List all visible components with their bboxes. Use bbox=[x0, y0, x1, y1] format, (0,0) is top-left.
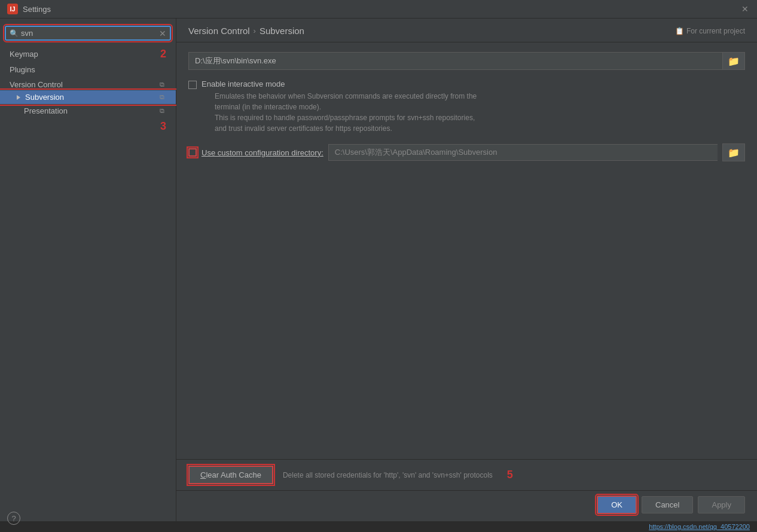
sidebar-section-version-control: Version Control ⧉ bbox=[0, 77, 176, 90]
keymap-badge: 2 bbox=[160, 48, 166, 60]
bottom-section: Clear Auth Cache Delete all stored crede… bbox=[176, 459, 757, 490]
breadcrumb-parent: Version Control bbox=[188, 26, 250, 36]
presentation-copy-icon[interactable]: ⧉ bbox=[158, 107, 166, 115]
app-icon: IJ bbox=[7, 4, 18, 14]
enable-interactive-row: Enable interactive mode Emulates the beh… bbox=[188, 80, 745, 134]
close-button[interactable]: ✕ bbox=[740, 4, 750, 14]
clear-auth-button[interactable]: Clear Auth Cache bbox=[188, 466, 273, 484]
config-browse-button[interactable]: 📁 bbox=[722, 143, 745, 161]
subversion-copy-icon[interactable]: ⧉ bbox=[158, 93, 166, 102]
search-clear-icon[interactable]: ✕ bbox=[159, 29, 166, 38]
help-button[interactable]: ? bbox=[7, 512, 20, 525]
for-current-project-label: For current project bbox=[686, 27, 745, 35]
keymap-label: Keymap bbox=[10, 50, 38, 59]
apply-button[interactable]: Apply bbox=[698, 496, 745, 513]
annotation-3: 3 bbox=[160, 120, 166, 133]
ok-button[interactable]: OK bbox=[597, 496, 637, 514]
custom-config-row: Use custom configuration directory: 📁 bbox=[188, 143, 745, 161]
project-icon: 📋 bbox=[675, 27, 684, 35]
browse-button[interactable]: 📁 bbox=[722, 52, 745, 70]
subversion-label: Subversion bbox=[25, 93, 64, 102]
clear-auth-description: Delete all stored credentials for 'http'… bbox=[283, 471, 493, 479]
main-content: 🔍 ✕ Keymap 2 Plugins Version Cont bbox=[0, 19, 757, 521]
svn-path-row: 📁 bbox=[188, 52, 745, 70]
version-control-label: Version Control bbox=[10, 80, 63, 89]
clear-auth-row: Clear Auth Cache Delete all stored crede… bbox=[188, 466, 745, 484]
svn-path-input[interactable] bbox=[188, 52, 722, 70]
search-icon: 🔍 bbox=[10, 29, 19, 38]
enable-interactive-checkbox[interactable] bbox=[188, 81, 197, 89]
custom-config-checkbox[interactable] bbox=[188, 148, 197, 157]
copy-icon[interactable]: ⧉ bbox=[158, 81, 166, 89]
dialog-title: Settings bbox=[23, 5, 51, 14]
custom-config-label: Use custom configuration directory: bbox=[202, 148, 323, 157]
cancel-button[interactable]: Cancel bbox=[642, 496, 693, 513]
settings-dialog: IJ Settings ✕ 🔍 ✕ Keymap 2 bbox=[0, 0, 757, 532]
breadcrumb: Version Control › Subversion bbox=[188, 26, 304, 36]
right-panel: Version Control › Subversion 📋 For curre… bbox=[176, 19, 757, 521]
search-input[interactable] bbox=[21, 29, 157, 38]
sidebar-item-presentation[interactable]: Presentation ⧉ bbox=[0, 104, 176, 118]
for-current-project: 📋 For current project bbox=[675, 27, 745, 35]
status-bar-url: https://blog.csdn.net/qq_40572200 bbox=[649, 523, 750, 530]
panel-header: Version Control › Subversion 📋 For curre… bbox=[176, 19, 757, 42]
sidebar-item-keymap[interactable]: Keymap 2 bbox=[0, 45, 176, 63]
triangle-icon bbox=[17, 95, 20, 100]
action-buttons-row: OK Cancel Apply bbox=[176, 490, 757, 521]
breadcrumb-current: Subversion bbox=[260, 26, 304, 36]
custom-config-path-input[interactable] bbox=[328, 144, 718, 161]
title-bar: IJ Settings ✕ bbox=[0, 0, 757, 19]
sidebar-item-plugins[interactable]: Plugins bbox=[0, 63, 176, 77]
breadcrumb-separator: › bbox=[254, 26, 256, 35]
annotation-5: 5 bbox=[507, 469, 513, 481]
search-container: 🔍 ✕ bbox=[5, 26, 171, 41]
plugins-label: Plugins bbox=[10, 65, 35, 74]
enable-interactive-label: Enable interactive mode bbox=[202, 80, 477, 88]
panel-body: 📁 Enable interactive mode Emulates the b… bbox=[176, 42, 757, 459]
annotation-3-row: 3 bbox=[0, 120, 176, 133]
clear-auth-label: Clear Auth Cache bbox=[200, 470, 261, 479]
sidebar: 🔍 ✕ Keymap 2 Plugins Version Cont bbox=[0, 19, 176, 521]
presentation-label: Presentation bbox=[24, 106, 68, 115]
status-bar[interactable]: https://blog.csdn.net/qq_40572200 bbox=[0, 521, 757, 532]
sidebar-item-subversion[interactable]: Subversion ⧉ bbox=[0, 90, 176, 104]
enable-interactive-description: Emulates the behavior when Subversion co… bbox=[215, 91, 477, 134]
title-bar-left: IJ Settings bbox=[7, 4, 51, 14]
